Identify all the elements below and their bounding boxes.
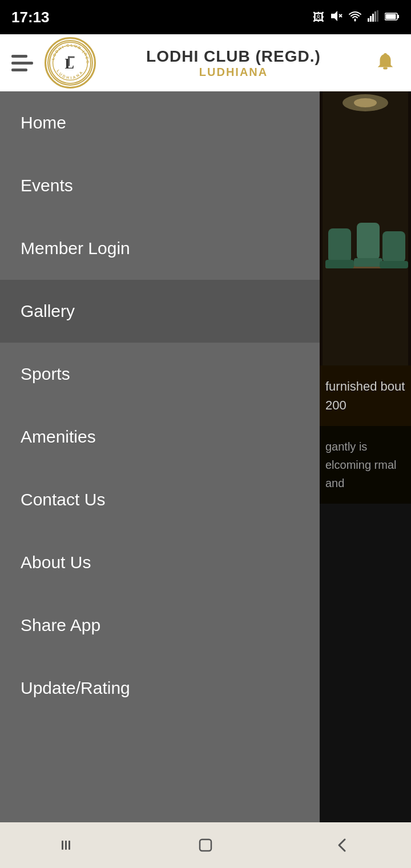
app-header: LODHI CLUB (REGD.) LUDHIANA L LODHI CLUB… <box>0 34 411 91</box>
status-bar: 17:13 🖼 <box>0 0 411 34</box>
status-time: 17:13 <box>11 9 50 26</box>
nav-item-about-us[interactable]: About Us <box>0 531 320 594</box>
hamburger-line-1 <box>11 55 27 58</box>
bottom-nav <box>0 822 411 868</box>
svg-rect-9 <box>397 15 399 18</box>
svg-rect-18 <box>383 67 388 70</box>
nav-item-gallery[interactable]: Gallery <box>0 280 320 343</box>
svg-point-19 <box>384 53 387 57</box>
hamburger-button[interactable] <box>11 55 33 71</box>
logo-inner: LODHI CLUB (REGD.) LUDHIANA L <box>47 40 93 86</box>
svg-rect-32 <box>320 91 411 365</box>
nav-item-member-login[interactable]: Member Login <box>0 217 320 280</box>
recent-apps-button[interactable] <box>51 828 86 862</box>
svg-rect-7 <box>377 10 378 22</box>
right-content: furnished bout 200 gantly is elcoming rm… <box>320 91 411 822</box>
home-button[interactable] <box>188 828 223 862</box>
bell-button[interactable] <box>371 49 400 77</box>
mute-icon <box>330 10 342 25</box>
back-button[interactable] <box>325 828 360 862</box>
main-area: Home Events Member Login Gallery Sports … <box>0 91 411 822</box>
header-title: LODHI CLUB (REGD.) LUDHIANA <box>107 47 360 79</box>
nav-item-update-rating[interactable]: Update/Rating <box>0 657 320 720</box>
gallery-icon: 🖼 <box>313 11 324 24</box>
hamburger-line-3 <box>11 69 27 71</box>
nav-item-events[interactable]: Events <box>0 154 320 217</box>
svg-rect-34 <box>65 841 67 850</box>
svg-marker-0 <box>331 11 337 21</box>
right-text-1: furnished bout 200 <box>320 365 411 426</box>
header-title-sub: LUDHIANA <box>107 66 360 79</box>
svg-rect-36 <box>200 839 211 851</box>
svg-rect-35 <box>68 841 70 850</box>
nav-item-sports[interactable]: Sports <box>0 343 320 405</box>
logo: LODHI CLUB (REGD.) LUDHIANA L <box>45 37 96 89</box>
hamburger-line-2 <box>11 62 33 65</box>
svg-rect-3 <box>368 18 369 22</box>
wifi-icon <box>348 10 362 25</box>
battery-icon <box>385 11 400 24</box>
svg-rect-10 <box>386 14 396 19</box>
svg-rect-33 <box>62 841 63 850</box>
header-title-main: LODHI CLUB (REGD.) <box>107 47 360 66</box>
signal-icon <box>368 10 379 25</box>
nav-item-amenities[interactable]: Amenities <box>0 405 320 468</box>
svg-rect-17 <box>68 57 74 58</box>
nav-item-share-app[interactable]: Share App <box>0 594 320 657</box>
svg-rect-4 <box>370 16 372 22</box>
nav-item-home[interactable]: Home <box>0 91 320 154</box>
right-text-2: gantly is elcoming rmal and <box>320 426 411 504</box>
nav-item-contact-us[interactable]: Contact Us <box>0 468 320 531</box>
status-icons: 🖼 <box>313 10 400 25</box>
nav-drawer: Home Events Member Login Gallery Sports … <box>0 91 320 822</box>
svg-rect-5 <box>372 14 374 22</box>
restaurant-image <box>320 91 411 365</box>
svg-rect-6 <box>374 11 376 22</box>
